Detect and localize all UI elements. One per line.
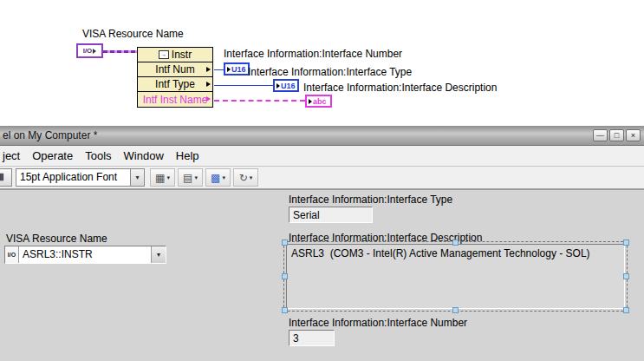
chevron-down-icon[interactable]: ▾ [130, 169, 144, 186]
indicator-label-description: Interface Information:Interface Descript… [303, 82, 497, 94]
align-objects-icon: ▦ [155, 173, 165, 183]
selection-handle[interactable] [282, 240, 288, 246]
visa-resource-combo[interactable]: I/O ASRL3::INSTR ▾ [4, 246, 166, 264]
terminal-type-label: U16 [281, 82, 296, 90]
interface-description-selection[interactable]: ASRL3 (COM3 - Intel(R) Active Management… [286, 244, 625, 309]
terminal-arrow-icon [309, 99, 312, 104]
reorder-icon: ↻ [239, 173, 248, 183]
property-node-row-intf-type[interactable]: Intf Type [138, 77, 212, 92]
front-panel-window: el on My Computer * — □ × ject Operate T… [0, 126, 644, 361]
visa-resource-value[interactable]: ASRL3::INSTR [19, 246, 151, 263]
resize-objects-button[interactable]: ▩ ▾ [205, 168, 231, 187]
property-row-label: Intf Num [155, 63, 194, 75]
visa-property-node[interactable]: → Instr Intf Num Intf Type Intf Inst Nam… [137, 47, 213, 108]
visa-wire [103, 50, 138, 53]
terminal-u16-type[interactable]: U16 [273, 79, 299, 92]
visa-resource-terminal[interactable]: I/O [76, 43, 103, 58]
resize-objects-icon: ▩ [211, 173, 220, 183]
visa-resource-wire-label: VISA Resource Name [82, 28, 184, 40]
align-objects-button[interactable]: ▦ ▾ [150, 168, 175, 187]
menu-window[interactable]: Window [124, 146, 164, 166]
property-row-label: Instr [172, 49, 192, 61]
chevron-down-icon: ▾ [222, 174, 225, 181]
wire-intf-type [214, 85, 273, 86]
maximize-button[interactable]: □ [609, 129, 624, 141]
window-title: el on My Computer * [3, 126, 97, 146]
terminal-arrow-icon [227, 67, 231, 72]
font-selector[interactable]: 15pt Application Font ▾ [16, 168, 145, 187]
titlebar[interactable]: el on My Computer * — □ × [0, 126, 644, 146]
visa-io-icon: I/O [83, 47, 93, 55]
property-node-row-intf-inst-name[interactable]: Intf Inst Name [138, 92, 212, 107]
distribute-objects-button[interactable]: ▤ ▾ [178, 168, 203, 187]
indicator-label-type: Interface Information:Interface Type [248, 66, 412, 78]
front-panel: Interface Information:Interface Type Ser… [0, 189, 644, 361]
interface-description-indicator[interactable]: ASRL3 (COM3 - Intel(R) Active Management… [286, 244, 625, 309]
selection-handle[interactable] [623, 240, 629, 246]
chevron-down-icon: ▾ [250, 174, 253, 181]
instr-class-icon: → [159, 50, 169, 59]
interface-type-indicator[interactable]: Serial [289, 207, 373, 223]
chevron-down-icon: ▾ [194, 174, 198, 181]
selection-handle[interactable] [282, 307, 288, 313]
indicator-label-number: Interface Information:Interface Number [224, 48, 402, 60]
output-arrow-icon [206, 67, 211, 72]
property-node-row-intf-num[interactable]: Intf Num [138, 62, 212, 77]
reorder-objects-button[interactable]: ↻ ▾ [233, 168, 258, 187]
menubar: ject Operate Tools Window Help [0, 146, 644, 167]
interface-type-label: Interface Information:Interface Type [289, 194, 452, 206]
selection-handle[interactable] [623, 307, 629, 313]
output-arrow-icon [206, 82, 211, 87]
terminal-u16-number[interactable]: U16 [224, 62, 250, 75]
selection-handle[interactable] [452, 307, 459, 313]
wire-intf-num [214, 69, 224, 70]
output-arrow-icon [206, 96, 211, 102]
terminal-type-label: abc [313, 97, 327, 106]
property-node-row-instr[interactable]: → Instr [138, 48, 212, 62]
chevron-down-icon[interactable]: ▾ [151, 246, 166, 263]
menu-help[interactable]: Help [176, 146, 199, 166]
pause-button[interactable]: Ⅱ [0, 168, 12, 187]
terminal-arrow-icon [93, 49, 96, 54]
terminal-type-label: U16 [231, 65, 246, 74]
menu-project[interactable]: ject [3, 146, 20, 166]
menu-tools[interactable]: Tools [85, 146, 111, 166]
selection-handle[interactable] [623, 273, 629, 279]
distribute-objects-icon: ▤ [183, 173, 192, 183]
labview-screen: VISA Resource Name I/O → Instr Intf Num … [0, 0, 644, 361]
minimize-button[interactable]: — [593, 129, 608, 141]
font-selector-value: 15pt Application Font [16, 169, 130, 186]
visa-resource-label: VISA Resource Name [6, 233, 107, 245]
selection-handle[interactable] [452, 240, 459, 246]
toolbar: Ⅱ 15pt Application Font ▾ ▦ ▾ ▤ ▾ ▩ ▾ ↻ … [0, 167, 644, 189]
interface-number-indicator[interactable]: 3 [289, 330, 335, 346]
menu-operate[interactable]: Operate [32, 146, 73, 166]
interface-number-label: Interface Information:Interface Number [289, 317, 467, 329]
chevron-down-icon: ▾ [166, 174, 170, 181]
property-row-label: Intf Inst Name [143, 94, 208, 106]
selection-handle[interactable] [282, 273, 288, 279]
terminal-abc-description[interactable]: abc [305, 95, 332, 108]
terminal-arrow-icon [276, 83, 280, 89]
property-row-label: Intf Type [155, 78, 195, 90]
wire-intf-inst-name [214, 100, 305, 102]
close-button[interactable]: × [626, 129, 641, 141]
visa-io-icon: I/O [5, 246, 19, 263]
